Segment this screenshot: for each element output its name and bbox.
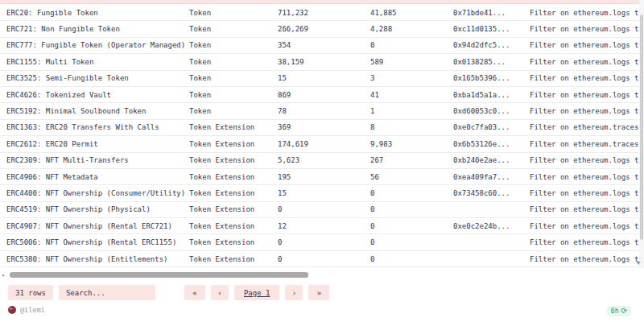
count-primary-cell: 12 bbox=[278, 222, 370, 230]
address-cell: 0x71bde41... bbox=[453, 9, 530, 17]
filter-link[interactable]: Filter on ethereum.logs t bbox=[530, 9, 639, 17]
token-type-cell: Token Extension bbox=[189, 255, 278, 263]
count-secondary-cell: 41,885 bbox=[370, 9, 453, 17]
token-standard-cell: ERC2309: NFT Multi-Transfers bbox=[6, 156, 189, 164]
token-type-cell: Token Extension bbox=[189, 222, 278, 230]
address-cell: 0x0138285... bbox=[453, 58, 530, 66]
filter-link[interactable]: Filter on ethereum.logs t bbox=[530, 205, 639, 213]
count-secondary-cell: 0 bbox=[370, 255, 453, 263]
author-avatar bbox=[8, 306, 16, 314]
scroll-left-arrow-icon[interactable]: ◂ bbox=[1, 271, 5, 279]
token-type-cell: Token bbox=[189, 107, 278, 115]
token-type-cell: Token Extension bbox=[189, 123, 278, 131]
filter-link[interactable]: Filter on ethereum.logs t bbox=[530, 91, 639, 99]
refresh-age: 6h bbox=[611, 308, 619, 315]
filter-link[interactable]: Filter on ethereum.logs t bbox=[530, 41, 639, 49]
count-primary-cell: 195 bbox=[278, 173, 370, 181]
token-standard-cell: ERC5380: NFT Ownership (Entitlements) bbox=[6, 255, 189, 263]
page-indicator[interactable]: Page 1 bbox=[234, 285, 280, 300]
next-page-button[interactable]: › bbox=[285, 285, 303, 300]
token-standard-cell: ERC4519: NFT Ownership (Physical) bbox=[6, 205, 189, 213]
count-primary-cell: 354 bbox=[278, 41, 370, 49]
horizontal-scrollbar[interactable]: ◂ bbox=[0, 271, 644, 279]
count-secondary-cell: 0 bbox=[370, 222, 453, 230]
token-standard-cell: ERC20: Fungible Token bbox=[6, 9, 189, 17]
first-page-button[interactable]: « bbox=[184, 285, 205, 300]
count-secondary-cell: 3 bbox=[370, 74, 453, 82]
horizontal-scrollbar-thumb[interactable] bbox=[10, 272, 308, 278]
table-body: ERC20: Fungible Token Token 711,232 41,8… bbox=[0, 5, 639, 267]
count-secondary-cell: 267 bbox=[370, 156, 453, 164]
count-secondary-cell: 9,983 bbox=[370, 140, 453, 148]
token-type-cell: Token bbox=[189, 25, 278, 33]
address-cell: 0xd60053c0... bbox=[453, 107, 530, 115]
token-type-cell: Token Extension bbox=[189, 140, 278, 148]
table-footer: 31 rows « ‹ Page 1 › » bbox=[8, 285, 335, 300]
table-row: ERC4907: NFT Ownership (Rental ERC721) T… bbox=[0, 218, 639, 234]
filter-link[interactable]: Filter on ethereum.logs t bbox=[530, 238, 639, 246]
last-page-button[interactable]: » bbox=[308, 285, 329, 300]
table-row: ERC2612: ERC20 Permit Token Extension 17… bbox=[0, 136, 639, 152]
count-secondary-cell: 0 bbox=[370, 238, 453, 246]
search-input[interactable] bbox=[59, 285, 155, 300]
count-primary-cell: 711,232 bbox=[278, 9, 370, 17]
filter-link[interactable]: Filter on ethereum.logs t bbox=[530, 189, 639, 197]
token-type-cell: Token Extension bbox=[189, 189, 278, 197]
filter-link[interactable]: Filter on ethereum.logs t bbox=[530, 58, 639, 66]
token-type-cell: Token bbox=[189, 58, 278, 66]
filter-link[interactable]: Filter on ethereum.logs t bbox=[530, 255, 639, 263]
filter-link[interactable]: Filter on ethereum.logs t bbox=[530, 156, 639, 164]
token-standard-cell: ERC4400: NFT Ownership (Consumer/Utility… bbox=[6, 189, 189, 197]
address-cell: 0x94d2dfc5... bbox=[453, 41, 530, 49]
last-refresh-badge[interactable]: 6h ⟳ bbox=[607, 306, 631, 316]
token-standard-cell: ERC1363: ERC20 Transfers With Calls bbox=[6, 123, 189, 131]
filter-link[interactable]: Filter on ethereum.traces bbox=[530, 140, 639, 148]
vertical-scrollbar[interactable]: ▼ bbox=[639, 0, 644, 268]
count-primary-cell: 0 bbox=[278, 205, 370, 213]
count-secondary-cell: 41 bbox=[370, 91, 453, 99]
token-standard-cell: ERC4907: NFT Ownership (Rental ERC721) bbox=[6, 222, 189, 230]
count-primary-cell: 78 bbox=[278, 107, 370, 115]
filter-link[interactable]: Filter on ethereum.traces bbox=[530, 123, 639, 131]
token-standard-cell: ERC2612: ERC20 Permit bbox=[6, 140, 189, 148]
table-row: ERC5380: NFT Ownership (Entitlements) To… bbox=[0, 251, 639, 267]
table-row: ERC4400: NFT Ownership (Consumer/Utility… bbox=[0, 185, 639, 201]
scroll-down-arrow-icon[interactable]: ▼ bbox=[637, 260, 640, 266]
author-handle[interactable]: @ilemi bbox=[20, 306, 45, 314]
token-standard-cell: ERC5006: NFT Ownership (Rental ERC1155) bbox=[6, 238, 189, 246]
token-type-cell: Token bbox=[189, 74, 278, 82]
count-secondary-cell: 8 bbox=[370, 123, 453, 131]
table-row: ERC5006: NFT Ownership (Rental ERC1155) … bbox=[0, 234, 639, 250]
token-type-cell: Token bbox=[189, 91, 278, 99]
count-secondary-cell: 56 bbox=[370, 173, 453, 181]
address-cell: 0x165b5396... bbox=[453, 74, 530, 82]
table-row: ERC4626: Tokenized Vault Token 869 41 0x… bbox=[0, 87, 639, 103]
token-standard-cell: ERC3525: Semi-Fungible Token bbox=[6, 74, 189, 82]
count-primary-cell: 0 bbox=[278, 238, 370, 246]
count-primary-cell: 15 bbox=[278, 74, 370, 82]
author-attribution[interactable]: @ilemi bbox=[8, 306, 45, 314]
table-row: ERC1155: Multi Token Token 38,159 589 0x… bbox=[0, 54, 639, 70]
filter-link[interactable]: Filter on ethereum.logs t bbox=[530, 173, 639, 181]
filter-link[interactable]: Filter on ethereum.logs t bbox=[530, 25, 639, 33]
table-row: ERC5192: Minimal Soulbound Token Token 7… bbox=[0, 103, 639, 119]
table-row: ERC1363: ERC20 Transfers With Calls Toke… bbox=[0, 120, 639, 136]
token-type-cell: Token Extension bbox=[189, 238, 278, 246]
filter-link[interactable]: Filter on ethereum.logs t bbox=[530, 222, 639, 230]
token-type-cell: Token Extension bbox=[189, 205, 278, 213]
row-count-badge: 31 rows bbox=[8, 285, 53, 300]
address-cell: 0xea409fa7... bbox=[453, 173, 530, 181]
count-primary-cell: 869 bbox=[278, 91, 370, 99]
count-secondary-cell: 0 bbox=[370, 205, 453, 213]
prev-page-button[interactable]: ‹ bbox=[211, 285, 229, 300]
count-primary-cell: 15 bbox=[278, 189, 370, 197]
address-cell: 0xb240e2ae... bbox=[453, 156, 530, 164]
table-row: ERC4906: NFT Metadata Token Extension 19… bbox=[0, 169, 639, 185]
filter-link[interactable]: Filter on ethereum.logs t bbox=[530, 107, 639, 115]
count-primary-cell: 38,159 bbox=[278, 58, 370, 66]
vertical-scrollbar-thumb[interactable] bbox=[640, 14, 643, 240]
token-type-cell: Token bbox=[189, 41, 278, 49]
table-row: ERC20: Fungible Token Token 711,232 41,8… bbox=[0, 5, 639, 21]
filter-link[interactable]: Filter on ethereum.logs t bbox=[530, 74, 639, 82]
count-primary-cell: 5,623 bbox=[278, 156, 370, 164]
